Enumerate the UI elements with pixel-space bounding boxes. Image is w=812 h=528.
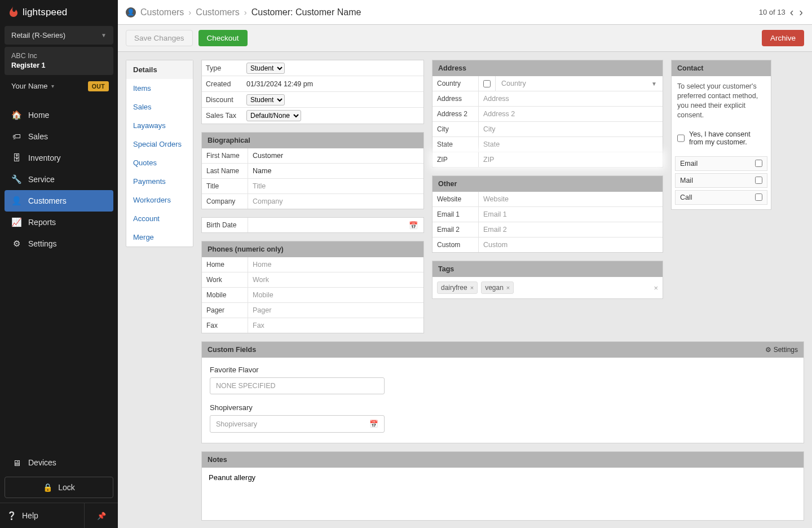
custom-input[interactable] [479, 237, 663, 252]
tax-select[interactable]: Default/None [246, 110, 301, 121]
user-menu[interactable]: Your Name ▾ OUT [5, 77, 113, 95]
consent-checkbox[interactable] [677, 130, 685, 146]
address-input[interactable] [479, 91, 663, 106]
tab-layaways[interactable]: Layaways [126, 116, 193, 135]
archive-button[interactable]: Archive [762, 30, 804, 46]
birth-input[interactable] [248, 218, 403, 232]
tab-merge[interactable]: Merge [126, 228, 193, 247]
nav-label: Settings [28, 239, 57, 248]
pager-prev[interactable]: ‹ [789, 6, 795, 19]
country-select[interactable]: Country ▼ [496, 76, 663, 91]
nav-inventory[interactable]: 🗄Inventory [5, 147, 113, 169]
contact-email-opt: Email [675, 156, 767, 171]
company-input[interactable] [248, 194, 423, 209]
nav-label: Inventory [28, 153, 61, 162]
contact-desc: To select your customer's preferred cont… [672, 76, 771, 126]
calendar-icon[interactable]: 📅 [403, 218, 423, 232]
nav-settings[interactable]: ⚙Settings [5, 233, 113, 254]
user-icon: 👤 [11, 196, 21, 206]
pager-input[interactable] [248, 303, 423, 318]
tag-remove[interactable]: × [470, 284, 474, 291]
tab-items[interactable]: Items [126, 79, 193, 98]
address-header: Address [433, 60, 663, 76]
nav-service[interactable]: 🔧Service [5, 169, 113, 190]
chevron-down-icon: ▾ [51, 83, 54, 89]
fax-input[interactable] [248, 318, 423, 333]
mobile-input[interactable] [248, 288, 423, 302]
title-input[interactable] [248, 179, 423, 193]
monitor-icon: 🖥 [11, 457, 21, 468]
calendar-icon[interactable]: 📅 [369, 420, 378, 428]
work-input[interactable] [248, 272, 423, 287]
nav-label: Devices [28, 458, 56, 467]
bottom-row: ❔Help 📌 [0, 503, 118, 528]
pager-next[interactable]: › [798, 6, 804, 19]
pin-icon: 📌 [97, 512, 106, 520]
address2-label: Address 2 [433, 107, 479, 121]
tag-remove[interactable]: × [506, 284, 510, 291]
notes-textarea[interactable] [202, 468, 804, 518]
contact-mail-checkbox[interactable] [755, 177, 762, 184]
home-input[interactable] [248, 257, 423, 272]
lock-label: Lock [58, 483, 75, 492]
out-badge[interactable]: OUT [88, 81, 109, 91]
lock-button[interactable]: 🔒Lock [5, 477, 113, 498]
nav-label: Reports [28, 218, 56, 227]
help-label: Help [22, 511, 38, 520]
discount-select[interactable]: Student [246, 94, 285, 105]
last-name-input[interactable] [248, 164, 423, 178]
checkout-button[interactable]: Checkout [198, 30, 248, 46]
register-name: Register 1 [11, 61, 107, 71]
register-info[interactable]: ABC Inc Register 1 [5, 47, 113, 75]
birth-label: Birth Date [202, 218, 248, 232]
address-card: Address Country Country ▼ Address Addres… [432, 60, 663, 168]
nav-home[interactable]: 🏠Home [5, 104, 113, 126]
series-selector[interactable]: Retail (R-Series) ▼ [5, 26, 113, 45]
chart-icon: 📈 [11, 217, 21, 227]
pager-label: Pager [202, 303, 248, 318]
nav-devices[interactable]: 🖥Devices [5, 452, 113, 473]
company-label: Company [202, 194, 248, 209]
tab-workorders[interactable]: Workorders [126, 191, 193, 209]
tab-details[interactable]: Details [126, 60, 193, 79]
tab-quotes[interactable]: Quotes [126, 153, 193, 172]
help-button[interactable]: ❔Help [0, 503, 84, 528]
tab-special-orders[interactable]: Special Orders [126, 135, 193, 153]
email2-input[interactable] [479, 222, 663, 237]
country-checkbox[interactable] [483, 80, 491, 87]
pin-button[interactable]: 📌 [84, 503, 118, 528]
contact-card: Contact To select your customer's prefer… [671, 60, 771, 210]
nav-label: Home [28, 111, 49, 120]
flavor-input[interactable] [216, 382, 378, 390]
breadcrumb-link-1[interactable]: Customers [140, 7, 184, 17]
zip-input[interactable] [479, 152, 663, 167]
shop-input[interactable] [216, 420, 369, 428]
tag-icon: 🏷 [11, 131, 21, 142]
title-label: Title [202, 179, 248, 193]
cf-settings-link[interactable]: ⚙Settings [765, 346, 798, 354]
tag-chip: dairyfree× [437, 281, 478, 294]
address-label: Address [433, 91, 479, 106]
tab-sales[interactable]: Sales [126, 98, 193, 116]
city-input[interactable] [479, 122, 663, 137]
contact-call-opt: Call [675, 190, 767, 205]
breadcrumb-link-2[interactable]: Customers [196, 7, 239, 17]
nav-customers[interactable]: 👤Customers [5, 190, 113, 212]
type-label: Type [206, 64, 246, 72]
nav-sales[interactable]: 🏷Sales [5, 126, 113, 147]
contact-email-checkbox[interactable] [755, 160, 762, 167]
contact-call-checkbox[interactable] [755, 193, 762, 201]
website-input[interactable] [479, 192, 663, 206]
address2-input[interactable] [479, 107, 663, 121]
home-label: Home [202, 257, 248, 272]
email1-input[interactable] [479, 207, 663, 222]
birth-card: Birth Date 📅 [201, 217, 424, 233]
main-panel: 👤 Customers › Customers › Customer: Cust… [118, 0, 812, 528]
nav-reports[interactable]: 📈Reports [5, 212, 113, 233]
type-select[interactable]: Student [246, 63, 285, 74]
first-name-input[interactable] [248, 148, 423, 163]
tags-clear[interactable]: × [654, 284, 658, 292]
tab-account[interactable]: Account [126, 209, 193, 228]
tab-payments[interactable]: Payments [126, 172, 193, 191]
state-input[interactable] [479, 137, 663, 152]
